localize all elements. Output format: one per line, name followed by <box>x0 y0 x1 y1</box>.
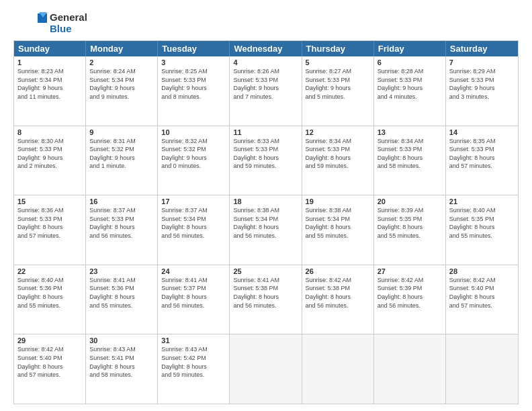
cal-cell: 5Sunrise: 8:27 AMSunset: 5:33 PMDaylight… <box>302 56 374 126</box>
day-number: 12 <box>306 128 370 136</box>
cal-cell: 9Sunrise: 8:31 AMSunset: 5:32 PMDaylight… <box>86 126 158 195</box>
day-number: 20 <box>378 197 442 205</box>
cal-cell: 23Sunrise: 8:41 AMSunset: 5:36 PMDayligh… <box>86 265 158 334</box>
day-number: 24 <box>161 267 226 275</box>
cal-cell: 30Sunrise: 8:43 AMSunset: 5:41 PMDayligh… <box>86 334 158 404</box>
cal-cell: 1Sunrise: 8:23 AMSunset: 5:34 PMDaylight… <box>14 56 86 126</box>
day-number: 29 <box>17 336 82 345</box>
cal-week-2: 8Sunrise: 8:30 AMSunset: 5:33 PMDaylight… <box>14 126 518 195</box>
cal-cell: 2Sunrise: 8:24 AMSunset: 5:34 PMDaylight… <box>86 56 158 126</box>
day-number: 10 <box>161 128 226 136</box>
day-info: Sunrise: 8:39 AMSunset: 5:35 PMDaylight:… <box>378 206 442 240</box>
cal-cell: 24Sunrise: 8:41 AMSunset: 5:37 PMDayligh… <box>158 265 230 334</box>
cal-cell: 29Sunrise: 8:42 AMSunset: 5:40 PMDayligh… <box>14 334 86 404</box>
day-info: Sunrise: 8:37 AMSunset: 5:34 PMDaylight:… <box>161 206 226 240</box>
day-info: Sunrise: 8:28 AMSunset: 5:33 PMDaylight:… <box>378 67 442 101</box>
cal-cell: 16Sunrise: 8:37 AMSunset: 5:33 PMDayligh… <box>86 195 158 265</box>
cal-cell: 7Sunrise: 8:29 AMSunset: 5:33 PMDaylight… <box>446 56 518 126</box>
day-number: 2 <box>89 58 154 66</box>
cal-cell <box>302 334 374 404</box>
day-info: Sunrise: 8:26 AMSunset: 5:33 PMDaylight:… <box>233 67 298 101</box>
day-info: Sunrise: 8:42 AMSunset: 5:39 PMDaylight:… <box>378 276 442 310</box>
cal-cell: 10Sunrise: 8:32 AMSunset: 5:32 PMDayligh… <box>158 126 230 195</box>
day-info: Sunrise: 8:38 AMSunset: 5:34 PMDaylight:… <box>233 206 298 240</box>
day-info: Sunrise: 8:43 AMSunset: 5:42 PMDaylight:… <box>161 345 226 379</box>
day-number: 8 <box>17 128 82 136</box>
day-info: Sunrise: 8:24 AMSunset: 5:34 PMDaylight:… <box>89 67 154 101</box>
cal-cell: 22Sunrise: 8:40 AMSunset: 5:36 PMDayligh… <box>14 265 86 334</box>
day-info: Sunrise: 8:23 AMSunset: 5:34 PMDaylight:… <box>17 67 82 101</box>
day-number: 18 <box>233 197 298 205</box>
cal-cell: 26Sunrise: 8:42 AMSunset: 5:38 PMDayligh… <box>302 265 374 334</box>
day-number: 25 <box>233 267 298 275</box>
cal-cell: 17Sunrise: 8:37 AMSunset: 5:34 PMDayligh… <box>158 195 230 265</box>
cal-cell: 8Sunrise: 8:30 AMSunset: 5:33 PMDaylight… <box>14 126 86 195</box>
day-info: Sunrise: 8:41 AMSunset: 5:37 PMDaylight:… <box>161 276 226 310</box>
cal-week-5: 29Sunrise: 8:42 AMSunset: 5:40 PMDayligh… <box>14 334 518 404</box>
page: GeneralBlue SundayMondayTuesdayWednesday… <box>0 0 532 411</box>
cal-cell <box>230 334 302 404</box>
cal-header-sunday: Sunday <box>14 41 86 56</box>
logo-blue: Blue <box>50 23 87 34</box>
cal-cell: 4Sunrise: 8:26 AMSunset: 5:33 PMDaylight… <box>230 56 302 126</box>
day-number: 30 <box>89 336 154 345</box>
cal-cell: 19Sunrise: 8:38 AMSunset: 5:34 PMDayligh… <box>302 195 374 265</box>
cal-cell: 21Sunrise: 8:40 AMSunset: 5:35 PMDayligh… <box>446 195 518 265</box>
cal-cell: 6Sunrise: 8:28 AMSunset: 5:33 PMDaylight… <box>374 56 446 126</box>
cal-cell <box>374 334 446 404</box>
day-info: Sunrise: 8:42 AMSunset: 5:40 PMDaylight:… <box>17 345 82 379</box>
day-number: 4 <box>233 58 298 66</box>
cal-week-3: 15Sunrise: 8:36 AMSunset: 5:33 PMDayligh… <box>14 195 518 265</box>
day-info: Sunrise: 8:31 AMSunset: 5:32 PMDaylight:… <box>89 137 154 171</box>
day-number: 15 <box>17 197 82 205</box>
day-number: 5 <box>306 58 370 66</box>
cal-header-friday: Friday <box>374 41 446 56</box>
day-info: Sunrise: 8:41 AMSunset: 5:36 PMDaylight:… <box>89 276 154 310</box>
cal-header-wednesday: Wednesday <box>230 41 302 56</box>
cal-header-thursday: Thursday <box>302 41 374 56</box>
day-number: 27 <box>378 267 442 275</box>
day-number: 14 <box>449 128 515 136</box>
cal-cell: 14Sunrise: 8:35 AMSunset: 5:33 PMDayligh… <box>446 126 518 195</box>
day-number: 17 <box>161 197 226 205</box>
day-number: 19 <box>306 197 370 205</box>
day-info: Sunrise: 8:34 AMSunset: 5:33 PMDaylight:… <box>378 137 442 171</box>
day-number: 26 <box>306 267 370 275</box>
day-info: Sunrise: 8:42 AMSunset: 5:40 PMDaylight:… <box>449 276 515 310</box>
cal-week-4: 22Sunrise: 8:40 AMSunset: 5:36 PMDayligh… <box>14 265 518 334</box>
header: GeneralBlue <box>13 11 519 35</box>
day-info: Sunrise: 8:36 AMSunset: 5:33 PMDaylight:… <box>17 206 82 240</box>
day-info: Sunrise: 8:35 AMSunset: 5:33 PMDaylight:… <box>449 137 515 171</box>
cal-cell: 25Sunrise: 8:41 AMSunset: 5:38 PMDayligh… <box>230 265 302 334</box>
day-info: Sunrise: 8:41 AMSunset: 5:38 PMDaylight:… <box>233 276 298 310</box>
day-number: 22 <box>17 267 82 275</box>
cal-cell <box>446 334 518 404</box>
day-info: Sunrise: 8:25 AMSunset: 5:33 PMDaylight:… <box>161 67 226 101</box>
day-number: 11 <box>233 128 298 136</box>
day-info: Sunrise: 8:34 AMSunset: 5:33 PMDaylight:… <box>306 137 370 171</box>
logo: GeneralBlue <box>13 11 87 35</box>
day-number: 28 <box>449 267 515 275</box>
day-number: 31 <box>161 336 226 345</box>
calendar-body: 1Sunrise: 8:23 AMSunset: 5:34 PMDaylight… <box>14 56 518 404</box>
day-info: Sunrise: 8:37 AMSunset: 5:33 PMDaylight:… <box>89 206 154 240</box>
cal-cell: 20Sunrise: 8:39 AMSunset: 5:35 PMDayligh… <box>374 195 446 265</box>
cal-cell: 18Sunrise: 8:38 AMSunset: 5:34 PMDayligh… <box>230 195 302 265</box>
cal-week-1: 1Sunrise: 8:23 AMSunset: 5:34 PMDaylight… <box>14 56 518 126</box>
day-info: Sunrise: 8:43 AMSunset: 5:41 PMDaylight:… <box>89 345 154 379</box>
day-info: Sunrise: 8:27 AMSunset: 5:33 PMDaylight:… <box>306 67 370 101</box>
day-number: 6 <box>378 58 442 66</box>
day-number: 13 <box>378 128 442 136</box>
day-number: 21 <box>449 197 515 205</box>
day-info: Sunrise: 8:30 AMSunset: 5:33 PMDaylight:… <box>17 137 82 171</box>
day-info: Sunrise: 8:32 AMSunset: 5:32 PMDaylight:… <box>161 137 226 171</box>
day-info: Sunrise: 8:29 AMSunset: 5:33 PMDaylight:… <box>449 67 515 101</box>
day-info: Sunrise: 8:42 AMSunset: 5:38 PMDaylight:… <box>306 276 370 310</box>
cal-cell: 31Sunrise: 8:43 AMSunset: 5:42 PMDayligh… <box>158 334 230 404</box>
cal-header-tuesday: Tuesday <box>158 41 230 56</box>
cal-cell: 28Sunrise: 8:42 AMSunset: 5:40 PMDayligh… <box>446 265 518 334</box>
logo-general: General <box>50 11 87 23</box>
day-info: Sunrise: 8:33 AMSunset: 5:33 PMDaylight:… <box>233 137 298 171</box>
cal-header-saturday: Saturday <box>446 41 518 56</box>
day-number: 7 <box>449 58 515 66</box>
